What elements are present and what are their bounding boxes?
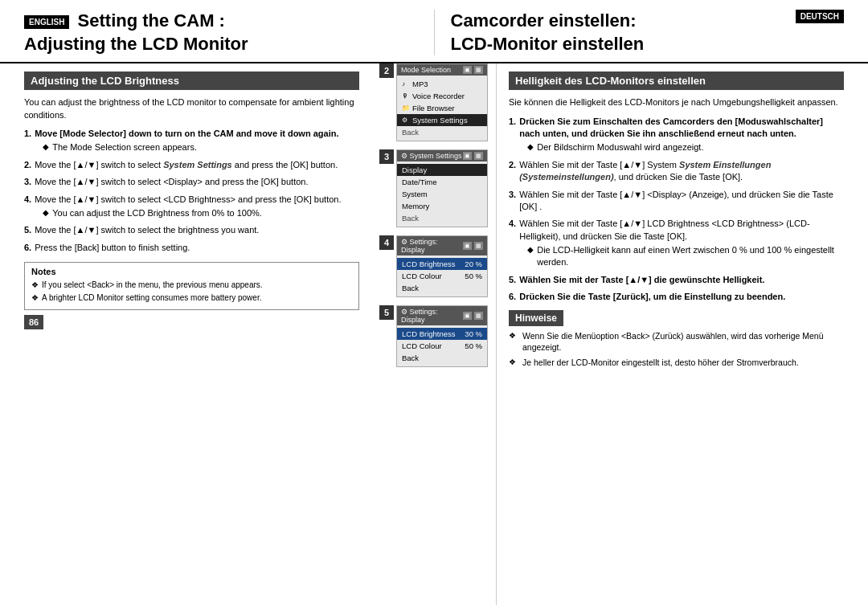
- menu-system-settings: ⚙ System Settings: [397, 114, 487, 126]
- screen-body-2: ♪ MP3 🎙 Voice Recorder 📁 File Browser: [397, 76, 487, 141]
- settings-back-5: Back: [397, 352, 487, 364]
- right-section-header: Helligkeit des LCD-Monitors einstellen: [509, 72, 844, 90]
- header-subtitle-en: Adjusting the LCD Monitor: [24, 33, 418, 56]
- screen-title-4: ⚙ Settings: Display: [401, 238, 463, 254]
- screen-body-3: Display Date/Time System Memory Back: [397, 161, 487, 227]
- step-6: 6. Press the [Back] button to finish set…: [24, 242, 359, 254]
- menu-voice: 🎙 Voice Recorder: [397, 90, 487, 102]
- notes-title: Notes: [31, 267, 352, 276]
- hinweise-item-2: ❖ Je heller der LCD-Monitor eingestellt …: [509, 357, 844, 369]
- right-column: Helligkeit des LCD-Monitors einstellen S…: [496, 63, 844, 605]
- note-item-1: ❖ If you select <Back> in the menu, the …: [31, 280, 352, 290]
- step-3: 3. Move the [▲/▼] switch to select <Disp…: [24, 176, 359, 188]
- step-5: 5. Move the [▲/▼] switch to select the b…: [24, 224, 359, 236]
- hinweise-box: Hinweise ❖ Wenn Sie die Menüoption <Back…: [509, 310, 844, 369]
- de-step-6: 6. Drücken Sie die Taste [Zurück], um di…: [509, 291, 844, 303]
- page: ENGLISH Setting the CAM : Adjusting the …: [0, 0, 868, 613]
- header-subtitle-de: LCD-Monitor einstellen: [451, 33, 845, 56]
- hinweise-item-1: ❖ Wenn Sie die Menüoption <Back> (Zurück…: [509, 330, 844, 353]
- panel-num-2: 2: [379, 63, 394, 78]
- settings-back-4: Back: [397, 282, 487, 294]
- de-step-2: 2. Wählen Sie mit der Taste [▲/▼] System…: [509, 159, 844, 184]
- screens-column: 2 Mode Selection ▣ ▦ ♪ MP3: [371, 63, 496, 605]
- step-1: 1. Move [Mode Selector] down to turn on …: [24, 128, 359, 154]
- de-step-3: 3. Wählen Sie mit der Taste [▲/▼] <Displ…: [509, 189, 844, 214]
- screen-header-3: ⚙ System Settings ▣ ▦: [397, 150, 487, 161]
- step-2: 2. Move the [▲/▼] switch to select Syste…: [24, 159, 359, 171]
- note-item-2: ❖ A brighter LCD Monitor setting consume…: [31, 292, 352, 303]
- deutsch-badge: DEUTSCH: [796, 10, 844, 23]
- screen-header-4: ⚙ Settings: Display ▣ ▦: [397, 236, 487, 255]
- de-step-1: 1. Drücken Sie zum Einschalten des Camco…: [509, 116, 844, 154]
- settings-colour-5: LCD Colour 50 %: [397, 340, 487, 352]
- de-step-4: 4. Wählen Sie mit der Taste [▲/▼] LCD Br…: [509, 218, 844, 269]
- header-right: Camcorder einstellen: DEUTSCH LCD-Monito…: [434, 10, 845, 55]
- screen-title-3: ⚙ System Settings: [401, 152, 462, 160]
- header-title-en: ENGLISH Setting the CAM :: [24, 10, 418, 33]
- header-title-de: Camcorder einstellen: DEUTSCH: [451, 10, 845, 33]
- settings-brightness-4: LCD Brightness 20 %: [397, 258, 487, 270]
- menu-memory: Memory: [397, 200, 487, 212]
- left-column: Adjusting the LCD Brightness You can adj…: [24, 63, 371, 605]
- menu-datetime: Date/Time: [397, 176, 487, 188]
- screen-title-2: Mode Selection: [401, 66, 451, 74]
- screen-body-5: LCD Brightness 30 % LCD Colour 50 % Back: [397, 325, 487, 366]
- menu-system: System: [397, 188, 487, 200]
- menu-back-3: Back: [397, 212, 487, 224]
- left-intro: You can adjust the brightness of the LCD…: [24, 96, 359, 121]
- header-left: ENGLISH Setting the CAM : Adjusting the …: [24, 10, 434, 55]
- step-4: 4. Move the [▲/▼] switch to select <LCD …: [24, 194, 359, 220]
- menu-back-2: Back: [397, 126, 487, 138]
- right-intro: Sie können die Helligkeit des LCD-Monito…: [509, 96, 844, 108]
- panel-num-4: 4: [379, 235, 394, 250]
- screen-header-2: Mode Selection ▣ ▦: [397, 64, 487, 76]
- menu-file: 📁 File Browser: [397, 102, 487, 114]
- panel-num-3: 3: [379, 149, 394, 164]
- screen-panel-4: ⚙ Settings: Display ▣ ▦ LCD Brightness 2…: [396, 235, 488, 297]
- screen-panel-3: ⚙ System Settings ▣ ▦ Display Date/Time: [396, 149, 488, 227]
- english-badge: ENGLISH: [24, 15, 69, 29]
- page-number: 86: [24, 315, 43, 329]
- menu-display: Display: [397, 164, 487, 176]
- screen-title-5: ⚙ Settings: Display: [401, 308, 463, 324]
- left-section-header: Adjusting the LCD Brightness: [24, 72, 359, 90]
- panel-num-5: 5: [379, 305, 394, 320]
- notes-box: Notes ❖ If you select <Back> in the menu…: [24, 262, 359, 310]
- hinweise-title: Hinweise: [509, 310, 563, 326]
- header: ENGLISH Setting the CAM : Adjusting the …: [0, 0, 868, 63]
- settings-colour-4: LCD Colour 50 %: [397, 270, 487, 282]
- screen-panel-2: Mode Selection ▣ ▦ ♪ MP3 🎙 V: [396, 63, 488, 141]
- menu-mp3: ♪ MP3: [397, 78, 487, 90]
- screen-header-5: ⚙ Settings: Display ▣ ▦: [397, 306, 487, 325]
- de-step-5: 5. Wählen Sie mit der Taste [▲/▼] die ge…: [509, 274, 844, 286]
- screen-panel-5: ⚙ Settings: Display ▣ ▦ LCD Brightness 3…: [396, 305, 488, 367]
- screen-body-4: LCD Brightness 20 % LCD Colour 50 % Back: [397, 255, 487, 296]
- settings-brightness-5: LCD Brightness 30 %: [397, 328, 487, 340]
